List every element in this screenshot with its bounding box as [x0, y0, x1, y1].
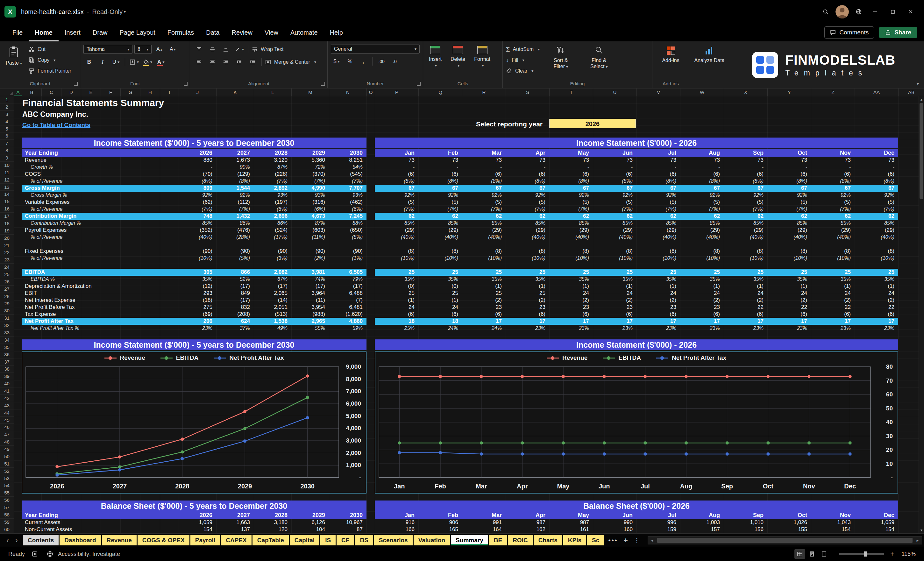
cell[interactable]: - — [855, 164, 898, 171]
column-header-D[interactable]: D — [62, 88, 81, 96]
cell[interactable]: 25 — [506, 290, 549, 297]
row-number-27[interactable]: 27 — [0, 286, 14, 293]
cell[interactable]: (40%) — [855, 234, 898, 241]
cell[interactable] — [506, 241, 549, 248]
cell[interactable]: (2) — [636, 297, 680, 304]
row-number-48[interactable]: 48 — [0, 438, 14, 446]
cell[interactable]: 62 — [767, 213, 811, 220]
cell[interactable]: (3%) — [254, 255, 291, 262]
cell[interactable]: 24 — [593, 290, 636, 297]
cell[interactable]: 23% — [549, 325, 593, 332]
cell[interactable]: 624 — [216, 318, 254, 325]
cell[interactable]: (40%) — [178, 234, 216, 241]
cell[interactable]: (1,620) — [329, 311, 366, 318]
cell[interactable]: 92% — [593, 192, 636, 199]
cell[interactable]: (8%) — [375, 178, 418, 184]
cell[interactable]: 23% — [178, 325, 216, 332]
cell[interactable]: (17) — [216, 297, 254, 304]
cell[interactable]: (2) — [680, 297, 724, 304]
row-number-1[interactable]: 1 — [0, 96, 14, 104]
decrease-decimal-icon[interactable]: .0 — [389, 57, 400, 66]
row-number-28[interactable]: 28 — [0, 293, 14, 300]
table-header-cell[interactable]: Oct — [767, 512, 811, 519]
cell[interactable]: (5) — [593, 199, 636, 206]
row-number-41[interactable]: 41 — [0, 387, 14, 395]
cell[interactable] — [593, 241, 636, 248]
cell[interactable]: (8%) — [216, 178, 254, 184]
row-label[interactable]: Depreciation & Amortization — [22, 283, 178, 290]
cell[interactable]: (17) — [216, 283, 254, 290]
cell[interactable] — [636, 262, 680, 269]
cell[interactable]: (2) — [767, 297, 811, 304]
cell[interactable]: (70) — [178, 171, 216, 178]
clear-button[interactable]: Clear▾ — [506, 66, 540, 76]
close-button[interactable] — [902, 3, 920, 21]
table-header-cell[interactable]: Jan — [375, 512, 418, 519]
cell[interactable]: 17 — [593, 318, 636, 325]
cell[interactable]: 275 — [178, 304, 216, 311]
cell[interactable]: (8%) — [178, 178, 216, 184]
row-number-4[interactable]: 4 — [0, 118, 14, 126]
row-label[interactable]: Growth % — [22, 164, 178, 171]
cell[interactable]: (6) — [375, 311, 418, 318]
cell[interactable]: 24 — [636, 290, 680, 297]
cell[interactable]: (8) — [549, 248, 593, 255]
avatar[interactable] — [836, 5, 849, 18]
font-name-select[interactable]: Tahoma▾ — [83, 45, 132, 54]
cell[interactable]: (8%) — [462, 178, 506, 184]
row-label[interactable]: Net Interest Expense — [22, 297, 178, 304]
cell[interactable]: 24% — [418, 325, 462, 332]
cell[interactable]: 88% — [329, 220, 366, 227]
cell[interactable]: 35% — [462, 276, 506, 283]
column-header-E[interactable]: E — [81, 88, 101, 96]
cell[interactable] — [375, 241, 418, 248]
cell[interactable]: (10%) — [375, 255, 418, 262]
cell[interactable]: (7%) — [418, 206, 462, 213]
column-header-K[interactable]: K — [216, 88, 254, 96]
cell[interactable]: 4,673 — [291, 213, 329, 220]
cell[interactable]: 23% — [680, 325, 724, 332]
row-number-24[interactable]: 24 — [0, 264, 14, 271]
cell[interactable]: 62 — [549, 213, 593, 220]
row-number-50[interactable]: 50 — [0, 453, 14, 460]
cell[interactable]: (8) — [767, 248, 811, 255]
sheet-tab-cf[interactable]: CF — [336, 535, 354, 545]
cell[interactable]: 73 — [462, 157, 506, 164]
row-label[interactable]: % of Revenue — [22, 234, 178, 241]
sheet-tab-charts[interactable]: Charts — [534, 535, 562, 545]
cell[interactable]: 72% — [291, 164, 329, 171]
cell[interactable]: - — [375, 164, 418, 171]
table-header-cell[interactable]: Nov — [811, 149, 855, 157]
table-header-cell[interactable]: 2029 — [291, 149, 329, 157]
table-header-cell[interactable]: Dec — [855, 512, 898, 519]
zoom-level[interactable]: 115% — [898, 551, 916, 558]
cell[interactable]: - — [506, 164, 549, 171]
cell[interactable]: (7%) — [178, 206, 216, 213]
cell[interactable]: (40%) — [462, 234, 506, 241]
sheet-tab-be[interactable]: BE — [489, 535, 507, 545]
table-header-cell[interactable]: 2027 — [216, 512, 254, 519]
cell[interactable]: (2%) — [291, 255, 329, 262]
cell[interactable]: (40%) — [506, 234, 549, 241]
horizontal-scrollbar[interactable]: ◂ ▸ — [648, 536, 922, 544]
row-label[interactable]: COGS — [22, 171, 178, 178]
cell[interactable]: 85% — [811, 220, 855, 227]
cell[interactable]: 22 — [855, 304, 898, 311]
cell[interactable]: (40%) — [375, 234, 418, 241]
cell[interactable]: 35% — [549, 276, 593, 283]
row-number-2[interactable]: 2 — [0, 104, 14, 111]
column-header-W[interactable]: W — [680, 88, 724, 96]
cell[interactable] — [462, 241, 506, 248]
cell[interactable] — [291, 241, 329, 248]
cell[interactable]: 22 — [724, 304, 767, 311]
cell[interactable]: 37% — [216, 325, 254, 332]
column-header-G[interactable]: G — [121, 88, 140, 96]
cell[interactable]: (5) — [724, 199, 767, 206]
row-number-32[interactable]: 32 — [0, 322, 14, 329]
cell[interactable]: 92% — [724, 192, 767, 199]
table-header-cell[interactable]: 2030 — [329, 512, 366, 519]
table-header-cell[interactable]: Feb — [418, 149, 462, 157]
cell[interactable]: 85% — [375, 220, 418, 227]
cell[interactable]: 35% — [375, 276, 418, 283]
cell[interactable]: (6) — [418, 171, 462, 178]
